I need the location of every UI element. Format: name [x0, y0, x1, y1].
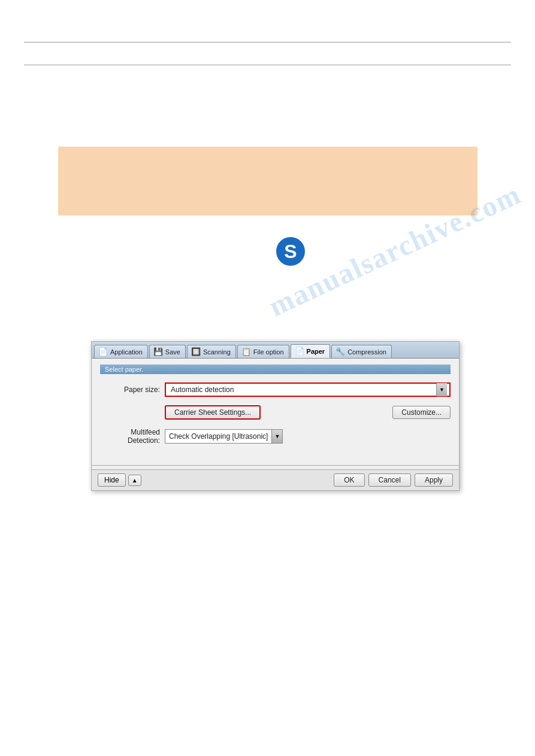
file-option-tab-icon: 📋: [241, 347, 251, 356]
multifeed-dropdown-arrow[interactable]: ▼: [271, 430, 282, 443]
carrier-customize-row: Carrier Sheet Settings... Customize...: [100, 405, 451, 420]
tab-save[interactable]: 💾 Save: [149, 345, 186, 358]
svg-text:S: S: [284, 241, 297, 262]
banner: [58, 147, 477, 215]
paper-size-label: Paper size:: [100, 385, 160, 394]
ok-button[interactable]: OK: [334, 473, 364, 487]
dialog-footer: Hide ▲ OK Cancel Apply: [92, 469, 459, 490]
multifeed-row: Multifeed Detection: Check Overlapping […: [100, 428, 451, 445]
compression-tab-label: Compression: [347, 348, 386, 356]
carrier-sheet-settings-button[interactable]: Carrier Sheet Settings...: [165, 405, 261, 420]
save-tab-icon: 💾: [153, 347, 163, 356]
app-logo: S: [276, 236, 306, 268]
scanning-tab-icon: 🔲: [191, 347, 201, 356]
tab-scanning[interactable]: 🔲 Scanning: [187, 345, 236, 358]
file-option-tab-label: File option: [253, 348, 284, 356]
section-header: Select paper.: [100, 365, 451, 374]
tab-compression[interactable]: 🔧 Compression: [331, 345, 392, 358]
multifeed-value: Check Overlapping [Ultrasonic]: [165, 432, 271, 441]
tab-application[interactable]: 📄 Application: [94, 345, 148, 358]
top-rule-2: [24, 65, 511, 65]
paper-size-row: Paper size: Automatic detection ▼: [100, 382, 451, 397]
paper-tab-icon: 📄: [295, 347, 304, 356]
save-tab-label: Save: [165, 348, 180, 356]
hide-button[interactable]: Hide: [98, 473, 126, 487]
customize-button[interactable]: Customize...: [392, 406, 451, 419]
apply-button[interactable]: Apply: [415, 473, 453, 487]
paper-size-value: Automatic detection: [168, 385, 436, 394]
tab-paper[interactable]: 📄 Paper: [291, 344, 331, 358]
paper-size-select[interactable]: Automatic detection ▼: [165, 382, 451, 397]
scanner-dialog: 📄 Application 💾 Save 🔲 Scanning 📋 File o…: [91, 341, 460, 491]
section-header-text: Select paper.: [105, 366, 143, 373]
multifeed-label: Multifeed Detection:: [100, 428, 160, 445]
tab-bar: 📄 Application 💾 Save 🔲 Scanning 📋 File o…: [92, 342, 459, 359]
top-rule-1: [24, 42, 511, 42]
dialog-content: Select paper. Paper size: Automatic dete…: [92, 359, 459, 462]
dialog-separator: [92, 465, 459, 466]
multifeed-select[interactable]: Check Overlapping [Ultrasonic] ▼: [165, 429, 283, 444]
footer-right: OK Cancel Apply: [334, 473, 453, 487]
cancel-button[interactable]: Cancel: [368, 473, 411, 487]
footer-left: Hide ▲: [98, 473, 141, 487]
hide-arrow-button[interactable]: ▲: [128, 475, 141, 486]
tab-file-option[interactable]: 📋 File option: [237, 345, 289, 358]
scanning-tab-label: Scanning: [203, 348, 231, 356]
compression-tab-icon: 🔧: [335, 347, 345, 356]
application-tab-icon: 📄: [98, 347, 108, 356]
paper-size-dropdown-arrow[interactable]: ▼: [436, 383, 447, 396]
paper-tab-label: Paper: [307, 348, 325, 355]
application-tab-label: Application: [110, 348, 143, 356]
